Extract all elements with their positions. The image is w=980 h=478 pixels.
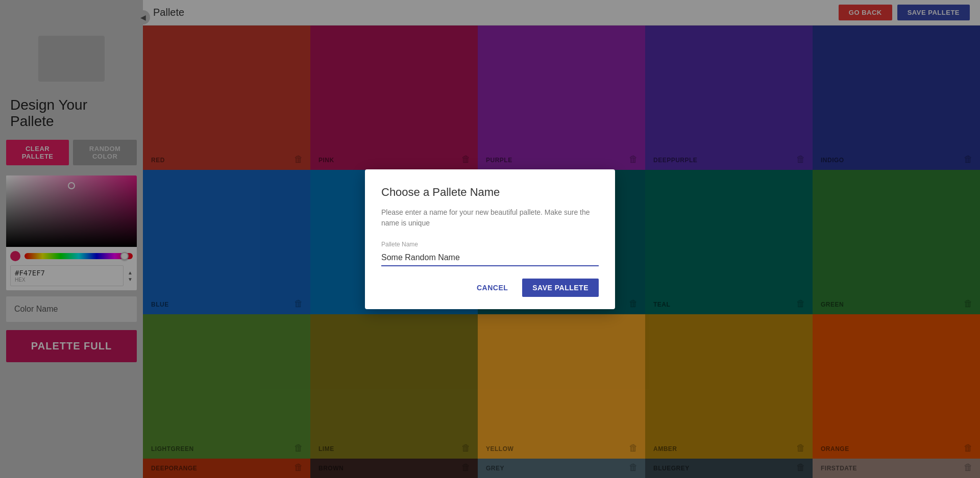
modal-title: Choose a Pallete Name: [381, 186, 599, 199]
save-pallete-modal-button[interactable]: SAVE PALLETE: [522, 279, 599, 297]
modal-description: Please enter a name for your new beautif…: [381, 207, 599, 229]
pallete-name-input[interactable]: [381, 250, 599, 266]
modal: Choose a Pallete Name Please enter a nam…: [365, 169, 615, 309]
modal-overlay[interactable]: Choose a Pallete Name Please enter a nam…: [0, 0, 980, 478]
modal-input-label: Pallete Name: [381, 241, 599, 248]
modal-actions: CANCEL SAVE PALLETE: [381, 279, 599, 297]
modal-input-group: Pallete Name: [381, 241, 599, 266]
cancel-button[interactable]: CANCEL: [469, 279, 516, 297]
